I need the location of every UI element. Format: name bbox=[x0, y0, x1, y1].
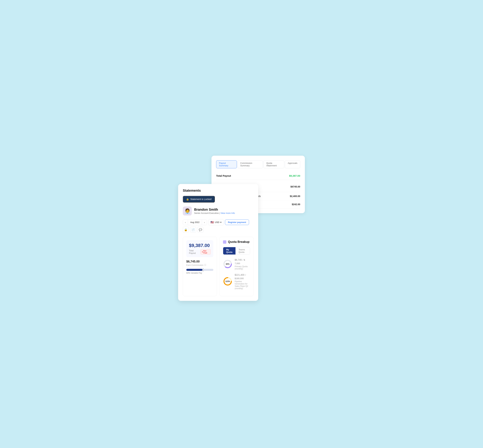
payout-big-amount: $9,387.00 bbox=[189, 243, 211, 248]
quota-title: Quota Breakup bbox=[228, 240, 249, 244]
tab-approvals[interactable]: Approvals bbox=[285, 160, 300, 168]
tab-my-quota[interactable]: My Quota bbox=[223, 247, 236, 255]
export-button[interactable]: 📄 bbox=[190, 227, 196, 233]
donut-0: 60% bbox=[223, 259, 232, 269]
payout-row-value-2: $242.00 bbox=[292, 203, 300, 206]
tab-quota-attainment[interactable]: Quota Attainment bbox=[263, 160, 284, 168]
quota-desc-0: Primary Quota (monthly) bbox=[235, 265, 250, 270]
quota-icon bbox=[223, 240, 226, 244]
lock-button[interactable]: 🔒 bbox=[183, 227, 189, 233]
avatar: 🧑‍💼 bbox=[183, 207, 192, 216]
info-icon: ℹ bbox=[202, 251, 203, 253]
tab-payout-summary[interactable]: Payout Summary bbox=[216, 160, 237, 168]
user-name: Brandon Smith bbox=[194, 208, 235, 211]
quota-card: Quota Breakup My Quota Teams Quota 60% bbox=[220, 237, 254, 296]
tab-commission-summary[interactable]: Commission Summary bbox=[237, 160, 263, 168]
currency-select[interactable]: 🇺🇸 USD ▾ bbox=[208, 219, 224, 225]
period-label: Aug 2022 bbox=[188, 220, 202, 225]
donut-label-0: 60% bbox=[226, 263, 229, 265]
tabs-row: Payout Summary Commission Summary Quota … bbox=[216, 160, 300, 168]
chevron-down-icon: ▾ bbox=[220, 221, 221, 224]
lock-icon: 🔒 bbox=[186, 198, 189, 200]
progress-fill bbox=[186, 269, 203, 271]
tab-teams-quota[interactable]: Teams Quota bbox=[236, 247, 250, 255]
locked-badge-button[interactable]: 🔒 Statement is Locked bbox=[183, 196, 215, 202]
earn-amount: $6,745.00 bbox=[186, 260, 213, 263]
period-nav: ‹ Aug 2022 › bbox=[183, 219, 207, 225]
variable-pay-label: 60% Variable Pay bbox=[186, 272, 213, 274]
total-payout-label: Total Payout bbox=[216, 174, 231, 177]
quota-desc-1: Pipeline Generation for Sales Reps Q2 (m… bbox=[235, 280, 250, 290]
controls-row: ‹ Aug 2022 › 🇺🇸 USD ▾ Register payment 🔒… bbox=[183, 219, 254, 233]
donut-1: 123% bbox=[223, 277, 232, 286]
page-title: Statements bbox=[183, 189, 254, 192]
view-more-link[interactable]: View more Info bbox=[221, 212, 235, 214]
earn-label: Earn Commission ⓘ bbox=[186, 264, 213, 266]
donut-label-1: 123% bbox=[225, 280, 230, 282]
payout-row-value-1: $2,400.00 bbox=[290, 195, 300, 198]
quota-tabs: My Quota Teams Quota bbox=[223, 247, 250, 255]
locked-label: Statement is Locked bbox=[190, 198, 212, 200]
quota-item-0: 60% $6,745 / $ 7,000 Primary Quota (mont… bbox=[223, 258, 250, 270]
user-role: Senior Account Executive | View more Inf… bbox=[194, 212, 235, 214]
payout-mini-card: $9,387.00 Total Payout ℹ Not Paid $6,745… bbox=[183, 237, 217, 296]
quota-amount-0: $6,745 / $ 7,000 bbox=[235, 258, 250, 265]
quota-item-1: 123% $221,400 / $180,000 Pipeline Genera… bbox=[223, 273, 250, 290]
progress-bar bbox=[186, 269, 213, 271]
info-circle-icon: ⓘ bbox=[204, 264, 206, 266]
bottom-row: $9,387.00 Total Payout ℹ Not Paid $6,745… bbox=[183, 237, 254, 296]
message-button[interactable]: 💬 bbox=[197, 227, 204, 233]
prev-period-button[interactable]: ‹ bbox=[183, 220, 188, 225]
scene: Payout Summary Commission Summary Quota … bbox=[178, 156, 305, 292]
not-paid-badge: ℹ Not Paid bbox=[200, 249, 211, 255]
total-payout-row: Total Payout $9,387.00 bbox=[216, 172, 300, 180]
next-period-button[interactable]: › bbox=[202, 220, 207, 225]
statements-card: Statements 🔒 Statement is Locked 🧑‍💼 Bra… bbox=[178, 184, 258, 301]
payout-row-value-0: $6745.00 bbox=[291, 185, 300, 188]
quota-amount-1: $221,400 / $180,000 bbox=[235, 273, 250, 280]
flag-icon: 🇺🇸 bbox=[211, 221, 214, 224]
currency-label: USD bbox=[215, 221, 219, 224]
user-row: 🧑‍💼 Brandon Smith Senior Account Executi… bbox=[183, 207, 254, 216]
register-payment-button[interactable]: Register payment bbox=[225, 219, 249, 225]
payout-total-label: Total Payout bbox=[189, 249, 199, 254]
total-payout-value: $9,387.00 bbox=[289, 174, 300, 177]
